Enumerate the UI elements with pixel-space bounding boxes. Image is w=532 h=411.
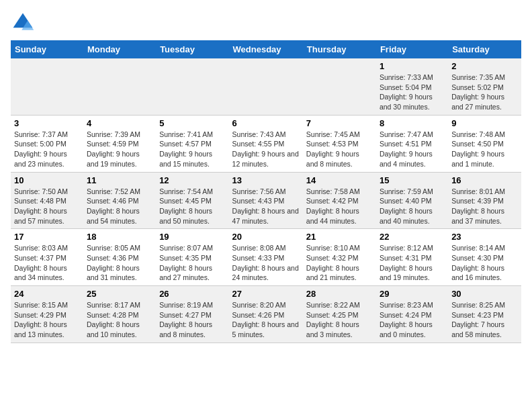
day-number: 29 xyxy=(380,289,445,299)
day-info: Sunrise: 8:23 AM Sunset: 4:24 PM Dayligh… xyxy=(380,300,445,340)
day-info: Sunrise: 7:41 AM Sunset: 4:57 PM Dayligh… xyxy=(159,130,225,169)
day-info: Sunrise: 8:17 AM Sunset: 4:28 PM Dayligh… xyxy=(87,300,152,340)
day-number: 20 xyxy=(232,232,300,242)
day-number: 24 xyxy=(14,289,80,299)
day-info: Sunrise: 7:50 AM Sunset: 4:48 PM Dayligh… xyxy=(14,187,80,226)
weekday-header-tuesday: Tuesday xyxy=(156,40,228,58)
day-info: Sunrise: 7:54 AM Sunset: 4:45 PM Dayligh… xyxy=(159,187,225,226)
day-number: 8 xyxy=(380,118,445,128)
day-number: 26 xyxy=(159,289,225,299)
day-number: 10 xyxy=(14,175,80,185)
day-number: 5 xyxy=(159,118,225,128)
calendar-cell: 3Sunrise: 7:37 AM Sunset: 5:00 PM Daylig… xyxy=(11,115,83,172)
calendar-cell: 6Sunrise: 7:43 AM Sunset: 4:55 PM Daylig… xyxy=(229,115,303,172)
calendar-cell: 8Sunrise: 7:47 AM Sunset: 4:51 PM Daylig… xyxy=(376,115,448,172)
day-number: 18 xyxy=(87,232,152,242)
day-number: 12 xyxy=(159,175,225,185)
calendar-cell: 10Sunrise: 7:50 AM Sunset: 4:48 PM Dayli… xyxy=(11,172,83,229)
day-number: 3 xyxy=(14,118,80,128)
calendar-cell: 13Sunrise: 7:56 AM Sunset: 4:43 PM Dayli… xyxy=(229,172,303,229)
calendar-cell: 4Sunrise: 7:39 AM Sunset: 4:59 PM Daylig… xyxy=(83,115,156,172)
weekday-header-wednesday: Wednesday xyxy=(229,40,303,58)
day-number: 17 xyxy=(14,232,80,242)
calendar-cell: 22Sunrise: 8:12 AM Sunset: 4:31 PM Dayli… xyxy=(376,229,448,286)
week-row-4: 17Sunrise: 8:03 AM Sunset: 4:37 PM Dayli… xyxy=(11,229,521,286)
weekday-header-sunday: Sunday xyxy=(11,40,83,58)
calendar-cell: 1Sunrise: 7:33 AM Sunset: 5:04 PM Daylig… xyxy=(376,58,448,115)
day-number: 25 xyxy=(87,289,152,299)
page-header xyxy=(11,11,521,35)
day-number: 21 xyxy=(306,232,373,242)
day-info: Sunrise: 7:59 AM Sunset: 4:40 PM Dayligh… xyxy=(380,187,445,226)
calendar-cell xyxy=(11,58,83,115)
week-row-1: 1Sunrise: 7:33 AM Sunset: 5:04 PM Daylig… xyxy=(11,58,521,115)
calendar-cell: 16Sunrise: 8:01 AM Sunset: 4:39 PM Dayli… xyxy=(448,172,521,229)
day-number: 19 xyxy=(159,232,225,242)
calendar-cell: 29Sunrise: 8:23 AM Sunset: 4:24 PM Dayli… xyxy=(376,286,448,343)
day-number: 30 xyxy=(451,289,518,299)
calendar-cell xyxy=(83,58,156,115)
calendar-cell: 30Sunrise: 8:25 AM Sunset: 4:23 PM Dayli… xyxy=(448,286,521,343)
weekday-header-monday: Monday xyxy=(83,40,156,58)
day-number: 23 xyxy=(451,232,518,242)
day-info: Sunrise: 8:22 AM Sunset: 4:25 PM Dayligh… xyxy=(306,300,373,340)
calendar-cell: 24Sunrise: 8:15 AM Sunset: 4:29 PM Dayli… xyxy=(11,286,83,343)
day-info: Sunrise: 8:03 AM Sunset: 4:37 PM Dayligh… xyxy=(14,243,80,283)
day-number: 4 xyxy=(87,118,152,128)
calendar-cell: 19Sunrise: 8:07 AM Sunset: 4:35 PM Dayli… xyxy=(156,229,228,286)
calendar-cell: 14Sunrise: 7:58 AM Sunset: 4:42 PM Dayli… xyxy=(303,172,376,229)
day-info: Sunrise: 7:43 AM Sunset: 4:55 PM Dayligh… xyxy=(232,130,300,169)
calendar-cell: 25Sunrise: 8:17 AM Sunset: 4:28 PM Dayli… xyxy=(83,286,156,343)
day-number: 16 xyxy=(451,175,518,185)
day-info: Sunrise: 7:48 AM Sunset: 4:50 PM Dayligh… xyxy=(451,130,518,169)
day-info: Sunrise: 8:12 AM Sunset: 4:31 PM Dayligh… xyxy=(380,243,445,283)
weekday-header-row: SundayMondayTuesdayWednesdayThursdayFrid… xyxy=(11,40,521,58)
calendar-cell: 18Sunrise: 8:05 AM Sunset: 4:36 PM Dayli… xyxy=(83,229,156,286)
day-info: Sunrise: 7:56 AM Sunset: 4:43 PM Dayligh… xyxy=(232,187,300,226)
day-info: Sunrise: 8:08 AM Sunset: 4:33 PM Dayligh… xyxy=(232,243,300,283)
week-row-2: 3Sunrise: 7:37 AM Sunset: 5:00 PM Daylig… xyxy=(11,115,521,172)
day-number: 7 xyxy=(306,118,373,128)
day-info: Sunrise: 8:25 AM Sunset: 4:23 PM Dayligh… xyxy=(451,300,518,340)
calendar-cell: 21Sunrise: 8:10 AM Sunset: 4:32 PM Dayli… xyxy=(303,229,376,286)
day-number: 13 xyxy=(232,175,300,185)
day-number: 2 xyxy=(451,61,518,71)
week-row-3: 10Sunrise: 7:50 AM Sunset: 4:48 PM Dayli… xyxy=(11,172,521,229)
day-info: Sunrise: 7:39 AM Sunset: 4:59 PM Dayligh… xyxy=(87,130,152,169)
calendar-cell xyxy=(229,58,303,115)
calendar-cell: 27Sunrise: 8:20 AM Sunset: 4:26 PM Dayli… xyxy=(229,286,303,343)
calendar-cell: 5Sunrise: 7:41 AM Sunset: 4:57 PM Daylig… xyxy=(156,115,228,172)
logo xyxy=(11,11,38,35)
day-number: 1 xyxy=(380,61,445,71)
calendar-cell xyxy=(303,58,376,115)
day-number: 9 xyxy=(451,118,518,128)
weekday-header-friday: Friday xyxy=(376,40,448,58)
day-number: 27 xyxy=(232,289,300,299)
calendar-cell: 2Sunrise: 7:35 AM Sunset: 5:02 PM Daylig… xyxy=(448,58,521,115)
day-info: Sunrise: 7:47 AM Sunset: 4:51 PM Dayligh… xyxy=(380,130,445,169)
calendar-cell: 9Sunrise: 7:48 AM Sunset: 4:50 PM Daylig… xyxy=(448,115,521,172)
week-row-5: 24Sunrise: 8:15 AM Sunset: 4:29 PM Dayli… xyxy=(11,286,521,343)
day-number: 11 xyxy=(87,175,152,185)
calendar-cell: 20Sunrise: 8:08 AM Sunset: 4:33 PM Dayli… xyxy=(229,229,303,286)
calendar-cell: 17Sunrise: 8:03 AM Sunset: 4:37 PM Dayli… xyxy=(11,229,83,286)
calendar-cell: 15Sunrise: 7:59 AM Sunset: 4:40 PM Dayli… xyxy=(376,172,448,229)
day-info: Sunrise: 8:20 AM Sunset: 4:26 PM Dayligh… xyxy=(232,300,300,340)
day-info: Sunrise: 8:10 AM Sunset: 4:32 PM Dayligh… xyxy=(306,243,373,283)
day-info: Sunrise: 7:45 AM Sunset: 4:53 PM Dayligh… xyxy=(306,130,373,169)
calendar-cell: 26Sunrise: 8:19 AM Sunset: 4:27 PM Dayli… xyxy=(156,286,228,343)
day-number: 14 xyxy=(306,175,373,185)
logo-icon xyxy=(11,11,35,35)
day-info: Sunrise: 7:52 AM Sunset: 4:46 PM Dayligh… xyxy=(87,187,152,226)
calendar-cell xyxy=(156,58,228,115)
calendar-cell: 11Sunrise: 7:52 AM Sunset: 4:46 PM Dayli… xyxy=(83,172,156,229)
calendar-cell: 28Sunrise: 8:22 AM Sunset: 4:25 PM Dayli… xyxy=(303,286,376,343)
day-number: 15 xyxy=(380,175,445,185)
day-info: Sunrise: 8:05 AM Sunset: 4:36 PM Dayligh… xyxy=(87,243,152,283)
day-info: Sunrise: 8:14 AM Sunset: 4:30 PM Dayligh… xyxy=(451,243,518,283)
day-info: Sunrise: 7:35 AM Sunset: 5:02 PM Dayligh… xyxy=(451,73,518,112)
weekday-header-thursday: Thursday xyxy=(303,40,376,58)
day-info: Sunrise: 8:19 AM Sunset: 4:27 PM Dayligh… xyxy=(159,300,225,340)
weekday-header-saturday: Saturday xyxy=(448,40,521,58)
day-number: 28 xyxy=(306,289,373,299)
